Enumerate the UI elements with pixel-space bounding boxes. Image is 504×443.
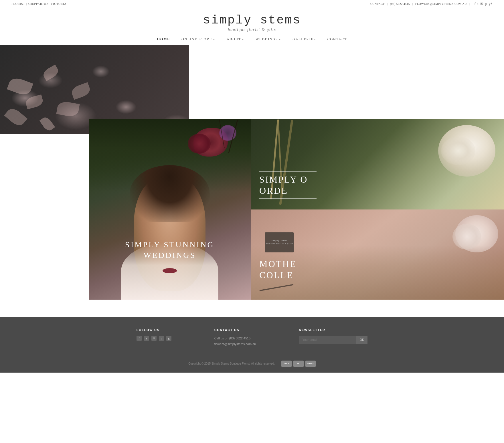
contact-label[interactable]: CONTACT (370, 2, 385, 5)
left-spacer (0, 134, 89, 317)
contact-us-heading: CONTACT US (214, 328, 256, 332)
footer-pinterest-icon[interactable]: p (159, 336, 164, 341)
footer-social-icons: f t ✉ p g (137, 336, 171, 341)
payment-icons: VISA MC AMEX (281, 361, 316, 367)
facebook-icon[interactable]: f (475, 2, 476, 6)
site-subtitle: boutique florist & gifts (0, 27, 504, 32)
dropdown-arrow-about: ▾ (242, 38, 244, 41)
wedding-text-overlay: SIMPLY STUNNING WEDDINGS (112, 235, 227, 265)
nav-home[interactable]: HOME (157, 37, 170, 41)
google-plus-icon[interactable]: g+ (489, 2, 493, 6)
copyright-text: Copyright © 2015 Simply Stems Boutique F… (188, 362, 275, 365)
follow-us-heading: FOLLOW US (137, 328, 171, 332)
location-text: FLORIST | SHEPPARTON, VICTORIA (11, 2, 67, 5)
nav-about[interactable]: ABOUT ▾ (227, 37, 244, 41)
content-grid: SIMPLY STUNNING WEDDINGS (89, 119, 504, 317)
footer-twitter-icon[interactable]: t (144, 336, 149, 341)
order-line-top (259, 171, 317, 172)
visa-icon: VISA (281, 361, 292, 367)
mother-text-overlay: MOTHECOLLE (259, 254, 339, 285)
divider2: | (412, 2, 413, 5)
main-content: SIMPLY STUNNING WEDDINGS (0, 134, 504, 317)
mother-section[interactable]: simply stemsboutique florist & gifts MOT… (251, 209, 504, 300)
wedding-line-top (112, 237, 227, 237)
pinterest-icon[interactable]: p (485, 2, 487, 6)
right-grid: SIMPLY OORDE simply stemsboutique floris… (251, 119, 504, 300)
order-text-overlay: SIMPLY OORDE (259, 169, 339, 201)
footer-follow-us: FOLLOW US f t ✉ p g (137, 328, 171, 347)
amex-icon: AMEX (305, 361, 316, 367)
newsletter-email-input[interactable] (299, 336, 356, 344)
mother-line-bottom (259, 283, 317, 283)
footer-newsletter: NEWSLETTER OK (299, 328, 367, 347)
wedding-title: SIMPLY STUNNING WEDDINGS (112, 240, 227, 260)
footer: FOLLOW US f t ✉ p g CONTACT US Call us o… (0, 317, 504, 373)
nav-online-store[interactable]: ONLINE STORE ▾ (181, 37, 215, 41)
divider: | (387, 2, 388, 5)
email-icon[interactable]: ✉ (480, 2, 483, 6)
dropdown-arrow-weddings: ▾ (279, 38, 281, 41)
footer-email-icon[interactable]: ✉ (151, 336, 157, 341)
wedding-section[interactable]: SIMPLY STUNNING WEDDINGS (89, 119, 251, 300)
site-title: simply stems (0, 14, 504, 27)
mother-title: MOTHECOLLE (259, 258, 339, 280)
top-bar: FLORIST | SHEPPARTON, VICTORIA CONTACT |… (0, 0, 504, 8)
mother-line-top (259, 256, 317, 256)
order-title: SIMPLY OORDE (259, 174, 339, 196)
contact-info: CONTACT | (03) 5822 4515 | FLOWERS@SIMPL… (370, 2, 493, 6)
footer-gplus-icon[interactable]: g (166, 336, 171, 341)
order-line-bottom (259, 198, 317, 199)
contact-phone: Call us on (03) 5822 4515 (214, 336, 256, 341)
phone-number[interactable]: (03) 5822 4515 (390, 2, 410, 5)
wedding-image-inner: SIMPLY STUNNING WEDDINGS (89, 119, 251, 300)
wedding-line-bottom (112, 263, 227, 263)
social-icons-top: f t ✉ p g+ (475, 2, 493, 6)
newsletter-heading: NEWSLETTER (299, 328, 367, 332)
divider3: | (469, 2, 470, 5)
contact-email[interactable]: flowers@simplystems.com.au (214, 341, 256, 347)
main-nav: HOME ONLINE STORE ▾ ABOUT ▾ WEDDINGS ▾ G… (0, 35, 504, 45)
footer-inner: FOLLOW US f t ✉ p g CONTACT US Call us o… (80, 328, 424, 347)
footer-facebook-icon[interactable]: f (137, 336, 142, 341)
dropdown-arrow: ▾ (213, 38, 215, 41)
footer-bottom: Copyright © 2015 Simply Stems Boutique F… (0, 356, 504, 367)
footer-contact-us: CONTACT US Call us on (03) 5822 4515 flo… (214, 328, 256, 347)
newsletter-form: OK (299, 336, 367, 344)
email-address[interactable]: FLOWERS@SIMPLYSTEMS.COM.AU (415, 2, 467, 5)
mastercard-icon: MC (293, 361, 304, 367)
nav-weddings[interactable]: WEDDINGS ▾ (256, 37, 281, 41)
nav-galleries[interactable]: GALLERIES (292, 37, 316, 41)
twitter-icon[interactable]: t (477, 2, 479, 6)
newsletter-submit-button[interactable]: OK (356, 336, 367, 344)
nav-contact[interactable]: CONTACT (327, 37, 347, 41)
site-header: simply stems boutique florist & gifts (0, 8, 504, 35)
order-section[interactable]: SIMPLY OORDE (251, 119, 504, 209)
